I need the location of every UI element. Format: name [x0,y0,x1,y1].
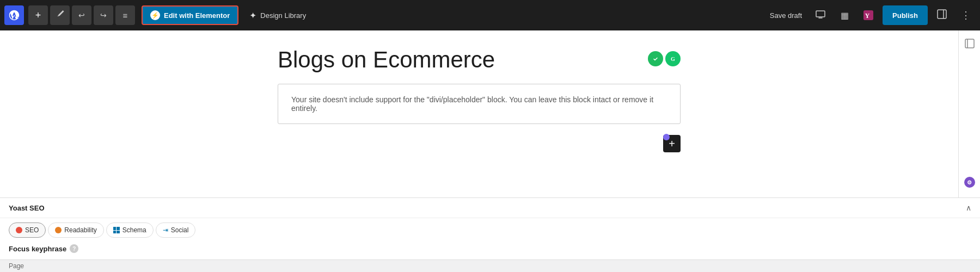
edit-with-elementor-label: Edit with Elementor [164,11,230,20]
title-icons: G [648,51,681,66]
sidebar-icon [937,9,947,21]
share-icon: ⇥ [163,226,168,234]
footer-label: Page [9,262,24,270]
right-sidebar: ⚙ [958,30,980,197]
help-icon[interactable]: ? [70,244,78,253]
save-draft-button[interactable]: Save draft [765,5,806,25]
tab-schema-label: Schema [122,226,146,234]
wp-logo[interactable] [4,5,24,25]
content-inner: Blogs on Ecommerce [278,47,681,152]
svg-text:Y: Y [865,13,870,20]
undo-icon: ↩ [78,11,85,20]
placeholder-message: Your site doesn't include support for th… [291,95,653,113]
svg-rect-8 [965,39,974,48]
tab-schema[interactable]: Schema [106,222,154,238]
page-title-area: Blogs on Ecommerce [278,47,681,73]
seo-dot [16,227,22,233]
grammarly-check-icon[interactable] [648,51,663,66]
page-title[interactable]: Blogs on Ecommerce [278,47,648,73]
tab-social-label: Social [171,226,189,234]
brush-icon [56,10,64,21]
yoast-icon: Y [863,10,873,20]
toolbar-right: Save draft ▦ Y Publish [765,5,976,25]
elementor-icon: ⚡ [150,10,160,20]
yoast-icon-button[interactable]: Y [859,5,878,25]
save-draft-label: Save draft [770,11,802,20]
brush-button[interactable] [50,5,70,25]
design-library-label: Design Library [260,11,306,20]
device-preview-button[interactable] [811,5,830,25]
yoast-tabs: SEO Readability Schema [0,218,980,238]
tab-readability-label: Readability [64,226,96,234]
yoast-title: Yoast SEO [9,204,45,212]
yoast-body: Focus keyphrase ? [0,238,980,259]
purple-dot [663,134,670,140]
design-library-icon: ✦ [249,10,256,21]
svg-text:G: G [671,56,675,62]
yoast-panel: Yoast SEO ∧ SEO Readability [0,197,980,259]
stack-icon: ▦ [841,10,849,21]
design-library-button[interactable]: ✦ Design Library [243,5,313,25]
tab-social[interactable]: ⇥ Social [156,222,196,238]
sidebar-toggle-button[interactable] [932,5,952,25]
grammarly-g-icon[interactable]: G [665,51,681,66]
editor-area: Blogs on Ecommerce [0,30,958,197]
readability-dot [55,227,62,233]
undo-button[interactable]: ↩ [72,5,91,25]
yoast-collapse-icon[interactable]: ∧ [966,203,971,212]
publish-label: Publish [892,11,918,20]
tab-seo[interactable]: SEO [9,222,46,238]
svg-rect-3 [938,10,946,18]
publish-button[interactable]: Publish [883,5,928,25]
yoast-header[interactable]: Yoast SEO ∧ [0,198,980,218]
more-options-button[interactable]: ⋮ [956,5,976,25]
svg-rect-0 [816,11,825,17]
redo-icon: ↪ [100,11,107,20]
page-footer: Page [0,259,980,272]
edit-with-elementor-button[interactable]: ⚡ Edit with Elementor [142,5,238,25]
add-button[interactable]: + [28,5,48,25]
redo-button[interactable]: ↪ [94,5,113,25]
placeholder-block: Your site doesn't include support for th… [278,84,681,124]
main-content: Blogs on Ecommerce [0,30,980,259]
svg-point-5 [652,55,659,63]
sidebar-icon-1[interactable] [961,35,978,52]
list-icon: ≡ [123,11,128,20]
list-button[interactable]: ≡ [115,5,135,25]
tab-seo-label: SEO [25,226,39,234]
schema-grid-icon [113,227,120,233]
focus-keyphrase-label: Focus keyphrase [9,245,66,253]
add-block-icon: + [669,138,675,150]
focus-keyphrase-row: Focus keyphrase ? [9,244,971,253]
tab-readability[interactable]: Readability [48,222,103,238]
main-toolbar: + ↩ ↪ ≡ ⚡ Edit with Elementor ✦ Design L… [0,0,980,30]
sidebar-icon-2[interactable]: ⚙ [961,174,978,191]
help-label: ? [72,246,76,252]
device-icon [816,9,825,21]
add-block-row: + [278,135,681,152]
more-icon: ⋮ [961,9,971,21]
stack-icon-button[interactable]: ▦ [835,5,854,25]
svg-text:⚙: ⚙ [967,180,972,186]
plus-icon: + [35,10,41,21]
